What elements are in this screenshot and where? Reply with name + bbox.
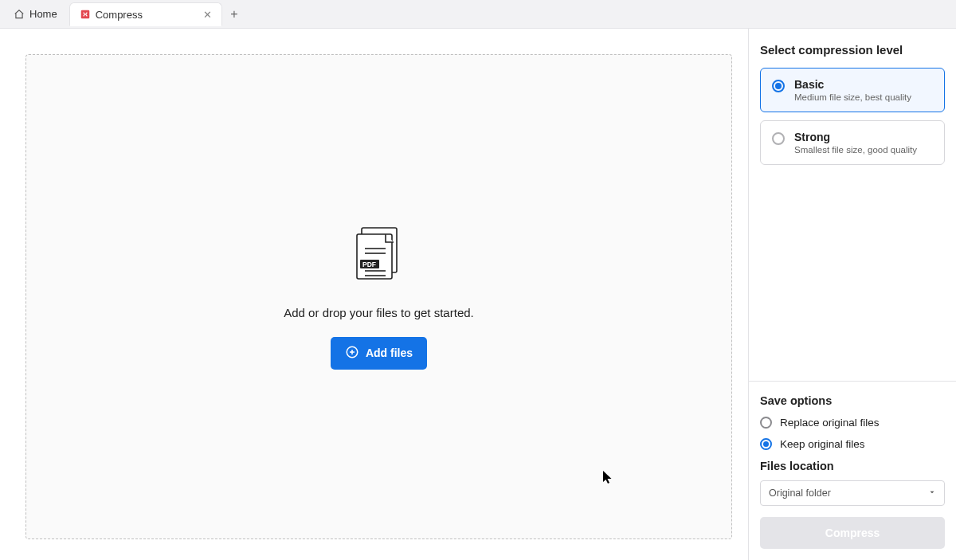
files-location-title: Files location [760,460,945,472]
compression-level-title: Select compression level [760,43,945,57]
tab-home-label: Home [29,8,57,20]
radio-icon [772,132,785,145]
save-option-replace[interactable]: Replace original files [760,417,945,429]
tab-compress-label: Compress [96,9,143,21]
level-subtitle: Smallest file size, good quality [794,145,917,155]
save-option-label: Replace original files [780,417,880,429]
svg-text:PDF: PDF [362,260,376,268]
new-tab-button[interactable]: + [224,4,245,25]
close-icon[interactable]: ✕ [203,9,212,21]
files-location-select[interactable]: Original folder [760,480,945,506]
tab-home[interactable]: Home [3,2,68,26]
radio-icon [760,417,772,429]
sidebar: Select compression level Basic Medium fi… [749,29,956,560]
radio-icon [760,438,772,450]
compress-icon [80,9,91,20]
canvas-area: PDF Add or drop your files to get starte… [0,29,749,560]
tab-bar: Home Compress ✕ + [0,0,956,29]
add-files-label: Add files [366,347,413,359]
level-title: Basic [794,78,911,91]
add-files-button[interactable]: Add files [331,337,427,370]
save-option-label: Keep original files [780,438,865,450]
chevron-down-icon [928,488,936,499]
file-dropzone[interactable]: PDF Add or drop your files to get starte… [25,54,732,539]
files-location-value: Original folder [769,488,831,499]
home-icon [14,9,25,20]
save-options-title: Save options [760,394,945,407]
save-option-keep[interactable]: Keep original files [760,438,945,450]
radio-icon [772,80,785,92]
level-title: Strong [794,131,917,143]
sidebar-top: Select compression level Basic Medium fi… [749,29,956,381]
pdf-stack-icon: PDF [351,225,408,288]
plus-circle-icon [345,345,359,362]
sidebar-bottom: Save options Replace original files Keep… [749,381,956,560]
dropzone-prompt: Add or drop your files to get started. [284,306,473,319]
level-subtitle: Medium file size, best quality [794,92,911,102]
tab-compress[interactable]: Compress ✕ [69,2,222,26]
compression-level-basic[interactable]: Basic Medium file size, best quality [760,68,945,112]
main-layout: PDF Add or drop your files to get starte… [0,29,956,560]
compress-button[interactable]: Compress [760,517,945,549]
compression-level-strong[interactable]: Strong Smallest file size, good quality [760,120,945,165]
